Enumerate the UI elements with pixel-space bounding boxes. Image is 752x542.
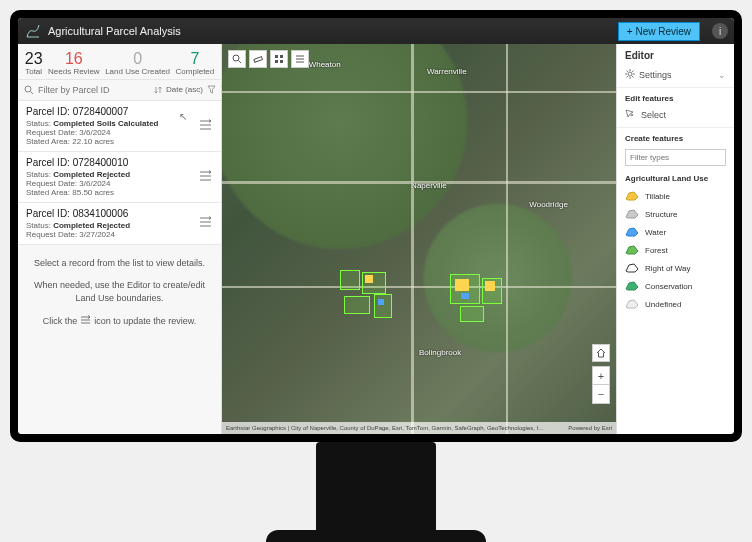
parcel-status: Status: Completed Rejected <box>26 170 213 179</box>
stat-needs-label: Needs Review <box>48 68 100 77</box>
feature-swatch-icon <box>625 281 639 291</box>
svg-line-4 <box>239 61 242 64</box>
stat-total[interactable]: 23 Total <box>25 50 43 77</box>
parcel-row[interactable]: Parcel ID: 0728400007Status: Completed S… <box>18 101 221 152</box>
map-label-wheaton: Wheaton <box>309 60 341 69</box>
category-label: Agricultural Land Use <box>617 170 734 187</box>
settings-label: Settings <box>639 70 672 80</box>
stat-completed[interactable]: 7 Completed <box>176 50 215 77</box>
stat-landuse[interactable]: 0 Land Use Created <box>105 50 170 77</box>
filter-parcel-input[interactable] <box>38 85 150 95</box>
map-basemap-button[interactable] <box>270 50 288 68</box>
filter-funnel-icon[interactable] <box>207 84 216 96</box>
hint-line-3: Click the icon to update the review. <box>32 315 207 329</box>
svg-marker-16 <box>626 228 638 236</box>
filter-types-input[interactable] <box>625 149 726 166</box>
left-panel: 23 Total 16 Needs Review 0 Land Use Crea… <box>18 44 222 434</box>
attribution-text: Earthstar Geographics | City of Napervil… <box>226 425 543 431</box>
map-label-warrenville: Warrenville <box>427 67 467 76</box>
sort-icon[interactable] <box>154 84 162 96</box>
edit-features-label: Edit features <box>617 87 734 105</box>
feature-type-label: Water <box>645 228 666 237</box>
review-arrows-icon[interactable] <box>199 119 213 133</box>
editor-panel: Editor Settings ⌄ Edit features Select C… <box>616 44 734 434</box>
info-icon[interactable]: i <box>712 23 728 39</box>
svg-rect-8 <box>275 60 278 63</box>
feature-type-label: Undefined <box>645 300 681 309</box>
svg-marker-17 <box>626 246 638 254</box>
svg-line-1 <box>31 91 34 94</box>
parcel-status: Status: Completed Rejected <box>26 221 213 230</box>
map-label-bolingbrook: Bolingbrook <box>419 348 461 357</box>
stat-total-label: Total <box>25 68 43 77</box>
hint-line-1: Select a record from the list to view de… <box>32 257 207 270</box>
svg-rect-7 <box>280 55 283 58</box>
titlebar: Agricultural Parcel Analysis + New Revie… <box>18 18 734 44</box>
gear-icon <box>625 69 635 81</box>
stat-needs-review[interactable]: 16 Needs Review <box>48 50 100 77</box>
parcel-request-date: Request Date: 3/6/2024 <box>26 128 213 137</box>
editor-settings-row[interactable]: Settings ⌄ <box>617 65 734 85</box>
review-arrows-icon[interactable] <box>199 170 213 184</box>
feature-type-tillable[interactable]: Tillable <box>617 187 734 205</box>
new-review-button[interactable]: + New Review <box>618 22 700 41</box>
map-roads <box>222 44 616 434</box>
feature-swatch-icon <box>625 263 639 273</box>
feature-swatch-icon <box>625 191 639 201</box>
map-search-button[interactable] <box>228 50 246 68</box>
feature-type-label: Forest <box>645 246 668 255</box>
map-zoom-control: + − <box>592 366 610 404</box>
map-label-naperville: Naperville <box>411 181 447 190</box>
attribution-powered: Powered by Esri <box>568 425 612 431</box>
feature-type-right-of-way[interactable]: Right of Way <box>617 259 734 277</box>
svg-marker-14 <box>626 192 638 200</box>
select-label: Select <box>641 110 666 120</box>
feature-type-structure[interactable]: Structure <box>617 205 734 223</box>
feature-swatch-icon <box>625 227 639 237</box>
svg-rect-5 <box>254 57 263 63</box>
stat-comp-value: 7 <box>176 50 215 68</box>
feature-swatch-icon <box>625 209 639 219</box>
stat-needs-value: 16 <box>48 50 100 68</box>
stat-land-label: Land Use Created <box>105 68 170 77</box>
app-logo-icon <box>24 22 42 40</box>
select-cursor-icon <box>625 109 635 121</box>
svg-marker-18 <box>626 264 638 272</box>
parcel-list[interactable]: Parcel ID: 0728400007Status: Completed S… <box>18 101 221 245</box>
review-arrows-icon[interactable] <box>199 216 213 230</box>
feature-type-water[interactable]: Water <box>617 223 734 241</box>
create-features-label: Create features <box>617 127 734 145</box>
hint-panel: Select a record from the list to view de… <box>18 245 221 350</box>
feature-type-undefined[interactable]: Undefined <box>617 295 734 313</box>
map-canvas[interactable]: Naperville Warrenville Wheaton Bolingbro… <box>222 44 616 434</box>
parcel-id: Parcel ID: 0834100006 <box>26 208 213 219</box>
hint-line-2: When needed, use the Editor to create/ed… <box>32 279 207 304</box>
editor-title: Editor <box>617 44 734 65</box>
svg-marker-20 <box>626 300 638 308</box>
editor-select-tool[interactable]: Select <box>617 105 734 125</box>
feature-type-forest[interactable]: Forest <box>617 241 734 259</box>
feature-type-label: Tillable <box>645 192 670 201</box>
zoom-out-button[interactable]: − <box>593 385 609 403</box>
map-attribution: Earthstar Geographics | City of Napervil… <box>222 422 616 434</box>
parcel-request-date: Request Date: 3/27/2024 <box>26 230 213 239</box>
map-measure-button[interactable] <box>249 50 267 68</box>
map-legend-button[interactable] <box>291 50 309 68</box>
pointer-cursor-icon: ↖ <box>179 111 187 122</box>
svg-point-0 <box>25 86 31 92</box>
app-title: Agricultural Parcel Analysis <box>48 25 181 37</box>
zoom-in-button[interactable]: + <box>593 367 609 385</box>
map-home-button[interactable] <box>592 344 610 362</box>
parcel-request-date: Request Date: 3/6/2024 <box>26 179 213 188</box>
parcel-row[interactable]: Parcel ID: 0834100006Status: Completed R… <box>18 203 221 245</box>
svg-point-3 <box>233 55 239 61</box>
stat-comp-label: Completed <box>176 68 215 77</box>
parcel-area: Stated Area: 22.10 acres <box>26 137 213 146</box>
map-label-woodridge: Woodridge <box>529 200 568 209</box>
sort-label[interactable]: Date (asc) <box>166 85 203 94</box>
stat-land-value: 0 <box>105 50 170 68</box>
parcel-row[interactable]: Parcel ID: 0728400010Status: Completed R… <box>18 152 221 203</box>
feature-swatch-icon <box>625 245 639 255</box>
feature-type-conservation[interactable]: Conservation <box>617 277 734 295</box>
parcel-polygons[interactable] <box>340 270 520 340</box>
